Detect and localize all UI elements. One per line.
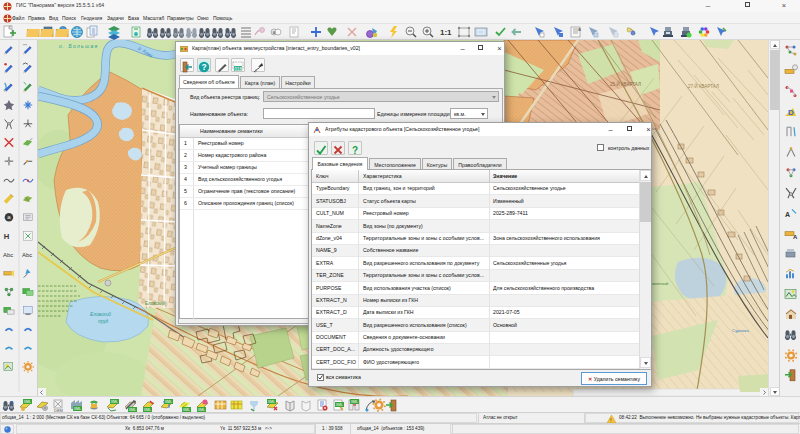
svg-text:XML: XML (336, 403, 343, 407)
svg-text:D: D (788, 108, 794, 117)
svg-text:1:1: 1:1 (440, 28, 452, 37)
svg-text:a: a (273, 29, 276, 35)
svg-text:a: a (578, 26, 581, 32)
svg-text:H: H (4, 232, 10, 241)
svg-text:XML: XML (268, 400, 275, 404)
svg-text:A: A (785, 211, 790, 218)
svg-text:XML: XML (351, 400, 358, 404)
svg-text:Еловский: Еловский (90, 311, 111, 317)
svg-text:Суровка: Суровка (732, 328, 750, 333)
svg-text:XML: XML (111, 400, 118, 404)
svg-text:XML: XML (24, 400, 31, 404)
svg-text:XML: XML (165, 400, 172, 404)
svg-text:25-Й КВАРТАЛ: 25-Й КВАРТАЛ (610, 80, 641, 87)
svg-text:?: ? (352, 145, 358, 156)
svg-text:Abc: Abc (22, 252, 32, 258)
svg-text:018: 018 (235, 67, 243, 72)
svg-text:пруд: пруд (98, 319, 109, 324)
svg-text:Еловский: Еловский (145, 300, 166, 306)
svg-text:27-Й КВАРТАЛ: 27-Й КВАРТАЛ (688, 82, 719, 89)
svg-text:о. Большая: о. Большая (59, 43, 99, 49)
svg-text:?: ? (10, 400, 13, 406)
svg-text:?: ? (202, 62, 207, 72)
svg-text:A: A (793, 234, 798, 240)
svg-text:Abc: Abc (3, 252, 13, 258)
svg-text:XML: XML (74, 407, 81, 411)
